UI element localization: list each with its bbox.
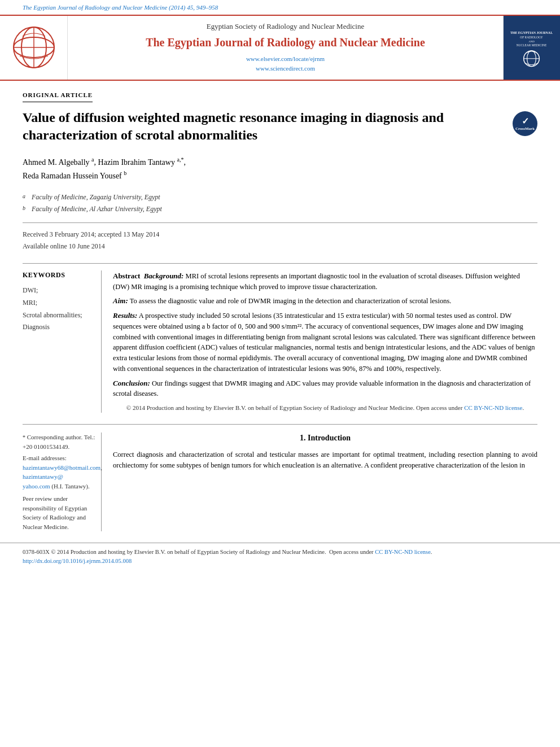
aim-text: To assess the diagnostic value and role … bbox=[130, 297, 452, 305]
top-citation: The Egyptian Journal of Radiology and Nu… bbox=[0, 0, 560, 15]
header-logo-right: THE EGYPTIAN JOURNAL OF RADIOLOGY AND NU… bbox=[504, 16, 560, 80]
abstract-background: Abstract Background: MRI of scrotal lesi… bbox=[113, 270, 537, 292]
article-title: Value of diffusion weighted magnetic res… bbox=[23, 109, 504, 144]
footnote-peer-review: Peer review under responsibility of Egyp… bbox=[23, 494, 95, 531]
intro-heading: 1. Introduction bbox=[113, 433, 537, 444]
abstract-label: Abstract bbox=[113, 272, 140, 280]
footnote-email: E-mail addresses: hazimtantawy68@hotmail… bbox=[23, 453, 95, 491]
affiliation-1-sup: a bbox=[23, 191, 25, 203]
journal-title: The Egyptian Journal of Radiology and Nu… bbox=[146, 34, 425, 51]
author-3: Reda Ramadan Hussein Yousef b bbox=[23, 172, 126, 180]
svg-text:AND: AND bbox=[528, 40, 535, 43]
author-2-sup: a,* bbox=[177, 156, 183, 163]
header-logo-left bbox=[0, 16, 68, 80]
affiliation-2-text: Faculty of Medicine, Al Azhar University… bbox=[32, 203, 162, 215]
svg-text:OF RADIOLOGY: OF RADIOLOGY bbox=[520, 36, 543, 39]
keywords-list: DWI; MRI; Scrotal abnormalities; Diagnos… bbox=[23, 285, 95, 333]
author-1-sup: a bbox=[91, 156, 94, 163]
svg-text:THE EGYPTIAN JOURNAL: THE EGYPTIAN JOURNAL bbox=[510, 31, 553, 34]
aim-title: Aim: bbox=[113, 296, 128, 305]
keywords-title: KEYWORDS bbox=[23, 270, 95, 280]
keyword-3: Scrotal abnormalities; bbox=[23, 309, 95, 322]
results-title: Results: bbox=[113, 311, 137, 320]
abstract-results: Results: A prospective study included 50… bbox=[113, 310, 537, 374]
abstract-section: KEYWORDS DWI; MRI; Scrotal abnormalities… bbox=[23, 263, 537, 413]
affiliation-2-sup: b bbox=[23, 203, 25, 215]
article-title-row: Value of diffusion weighted magnetic res… bbox=[23, 109, 537, 144]
bottom-issn: 0378-603X © 2014 Production and hosting … bbox=[23, 549, 326, 555]
journal-society: Egyptian Society of Radiology and Nuclea… bbox=[207, 21, 364, 32]
affiliations-block: a Faculty of Medicine, Zagazig Universit… bbox=[23, 191, 537, 215]
header-urls: www.elsevier.com/locate/ejrnm www.scienc… bbox=[246, 54, 325, 74]
email-1[interactable]: hazimtantawy68@hotmail.com bbox=[23, 464, 100, 471]
journal-logo-left bbox=[11, 25, 56, 70]
article-type-label: ORIGINAL ARTICLE bbox=[23, 91, 93, 102]
url1[interactable]: www.elsevier.com/locate/ejrnm bbox=[246, 55, 325, 62]
keywords-column: KEYWORDS DWI; MRI; Scrotal abnormalities… bbox=[23, 270, 102, 413]
citation-text: The Egyptian Journal of Radiology and Nu… bbox=[23, 4, 218, 11]
url2[interactable]: www.sciencedirect.com bbox=[256, 65, 315, 72]
results-text: A prospective study included 50 scrotal … bbox=[113, 312, 535, 373]
page: The Egyptian Journal of Radiology and Nu… bbox=[0, 0, 560, 747]
crossmark-badge[interactable]: ✓ CrossMark bbox=[513, 111, 537, 136]
intro-section: * Corresponding author. Tel.: +20 010015… bbox=[23, 433, 537, 531]
footnotes-column: * Corresponding author. Tel.: +20 010015… bbox=[23, 433, 102, 531]
affiliation-1: a Faculty of Medicine, Zagazig Universit… bbox=[23, 191, 537, 203]
author-3-sup: b bbox=[124, 170, 126, 176]
email-label: E-mail addresses: bbox=[23, 455, 67, 461]
intro-column: 1. Introduction Correct diagnosis and ch… bbox=[113, 433, 537, 531]
dates-block: Received 3 February 2014; accepted 13 Ma… bbox=[23, 222, 537, 252]
content: ORIGINAL ARTICLE Value of diffusion weig… bbox=[0, 81, 560, 543]
author-2: Hazim Ibrahim Tantawy a,* bbox=[98, 158, 184, 167]
bottom-bar: 0378-603X © 2014 Production and hosting … bbox=[0, 543, 560, 569]
abstract-column: Abstract Background: MRI of scrotal lesi… bbox=[113, 270, 537, 413]
bottom-doi[interactable]: http://dx.doi.org/10.1016/j.ejrnm.2014.0… bbox=[23, 558, 132, 564]
bottom-cc-link[interactable]: CC BY-NC-ND license bbox=[375, 549, 431, 555]
svg-text:NUCLEAR MEDICINE: NUCLEAR MEDICINE bbox=[517, 43, 547, 47]
email-2[interactable]: hazimtantawy@yahoo.com bbox=[23, 473, 63, 490]
keyword-2: MRI; bbox=[23, 297, 95, 309]
section-divider bbox=[23, 424, 537, 425]
conclusion-text: Our findings suggest that DWMR imaging a… bbox=[113, 379, 531, 398]
crossmark-icon: ✓ CrossMark bbox=[513, 111, 537, 136]
bottom-open-access: Open access under bbox=[329, 549, 374, 555]
conclusion-title: Conclusion: bbox=[113, 379, 150, 387]
authors-block: Ahmed M. Algebally a, Hazim Ibrahim Tant… bbox=[23, 155, 537, 182]
header-center: Egyptian Society of Radiology and Nuclea… bbox=[68, 16, 504, 80]
intro-text: Correct diagnosis and characterization o… bbox=[113, 449, 537, 471]
abstract-aim: Aim: To assess the diagnostic value and … bbox=[113, 295, 537, 307]
abstract-copyright: © 2014 Production and hosting by Elsevie… bbox=[113, 404, 537, 413]
available-date: Available online 10 June 2014 bbox=[23, 241, 537, 252]
affiliation-2: b Faculty of Medicine, Al Azhar Universi… bbox=[23, 203, 537, 215]
copyright-text: © 2014 Production and hosting by Elsevie… bbox=[126, 404, 524, 411]
keyword-1: DWI; bbox=[23, 285, 95, 297]
abstract-conclusion: Conclusion: Our findings suggest that DW… bbox=[113, 378, 537, 400]
affiliation-1-text: Faculty of Medicine, Zagazig University,… bbox=[32, 191, 160, 203]
header-banner: Egyptian Society of Radiology and Nuclea… bbox=[0, 15, 560, 81]
background-title: Background: bbox=[144, 272, 184, 280]
keyword-4: Diagnosis bbox=[23, 321, 95, 334]
cc-link[interactable]: CC BY-NC-ND license bbox=[464, 404, 522, 411]
received-date: Received 3 February 2014; accepted 13 Ma… bbox=[23, 229, 537, 240]
footnote-corresponding: * Corresponding author. Tel.: +20 010015… bbox=[23, 433, 95, 451]
journal-logo-right: THE EGYPTIAN JOURNAL OF RADIOLOGY AND NU… bbox=[508, 24, 555, 72]
author-1: Ahmed M. Algebally a bbox=[23, 158, 94, 167]
